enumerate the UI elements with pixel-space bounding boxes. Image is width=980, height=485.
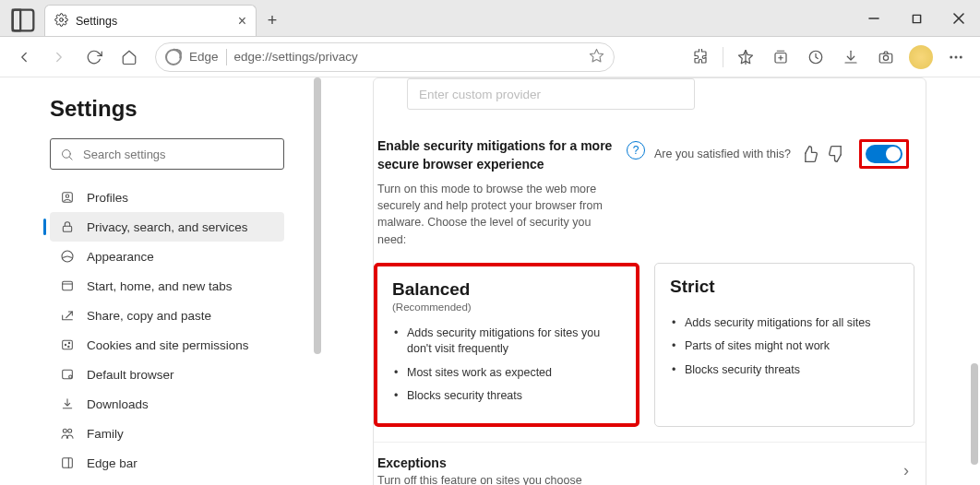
option-bullet: Adds security mitigations for all sites	[670, 312, 899, 336]
profile-icon	[59, 190, 76, 205]
family-icon	[59, 426, 76, 441]
nav-label: Share, copy and paste	[87, 309, 211, 323]
svg-point-33	[68, 346, 69, 347]
svg-point-25	[66, 195, 68, 197]
svg-point-36	[69, 375, 72, 378]
back-button[interactable]	[7, 41, 41, 74]
nav-label: Cookies and site permissions	[87, 338, 249, 352]
forward-button	[42, 41, 76, 74]
nav-appearance[interactable]: Appearance	[50, 242, 284, 271]
svg-point-40	[68, 429, 72, 432]
custom-provider-input[interactable]: Enter custom provider	[407, 78, 695, 110]
svg-line-30	[66, 312, 73, 318]
svg-point-19	[950, 56, 952, 58]
settings-sidebar: Settings Search settings Profiles Privac…	[0, 77, 321, 485]
svg-marker-7	[590, 49, 603, 61]
option-bullet: Adds security mitigations for sites you …	[392, 322, 621, 361]
tab-actions-icon[interactable]	[7, 5, 39, 36]
window-icon	[59, 278, 76, 293]
window-titlebar: Settings × +	[0, 0, 980, 37]
thumbs-up-icon[interactable]	[800, 145, 819, 163]
address-bar[interactable]: Edge edge://settings/privacy	[155, 42, 615, 72]
thumbs-down-icon[interactable]	[828, 145, 846, 163]
option-balanced[interactable]: Balanced (Recommended) Adds security mit…	[374, 263, 639, 427]
option-strict[interactable]: Strict Adds security mitigations for all…	[654, 263, 914, 427]
security-header-row: Enable security mitigations for a more s…	[374, 126, 926, 248]
address-product: Edge	[189, 50, 219, 64]
sidebar-scrollbar[interactable]	[314, 77, 321, 354]
close-window-button[interactable]	[938, 0, 980, 37]
security-card: Enter custom provider Enable security mi…	[373, 77, 926, 485]
nav-share[interactable]: Share, copy and paste	[50, 301, 284, 330]
svg-rect-35	[63, 370, 73, 378]
option-bullet: Blocks security threats	[670, 359, 899, 383]
downloads-icon[interactable]	[834, 41, 867, 74]
home-button[interactable]	[113, 41, 146, 74]
svg-point-32	[65, 344, 66, 345]
svg-point-21	[960, 56, 962, 58]
exceptions-row[interactable]: Exceptions Turn off this feature on site…	[374, 442, 926, 485]
nav-cookies[interactable]: Cookies and site permissions	[50, 330, 284, 360]
settings-nav: Profiles Privacy, search, and services A…	[50, 183, 284, 478]
window-controls	[853, 0, 980, 37]
option-bullet: Blocks security threats	[392, 384, 621, 408]
security-options: Balanced (Recommended) Adds security mit…	[374, 263, 926, 442]
minimize-button[interactable]	[853, 0, 895, 37]
close-tab-icon[interactable]: ×	[238, 13, 246, 30]
security-toggle[interactable]	[866, 145, 902, 163]
main-area: Settings Search settings Profiles Privac…	[0, 77, 980, 485]
profile-avatar[interactable]	[904, 41, 938, 74]
browser-tab[interactable]: Settings ×	[44, 5, 257, 36]
nav-edge-bar[interactable]: Edge bar	[50, 448, 284, 478]
nav-start[interactable]: Start, home, and new tabs	[50, 271, 284, 301]
nav-profiles[interactable]: Profiles	[50, 183, 284, 212]
tab-strip: Settings × +	[0, 0, 288, 36]
exceptions-description: Turn off this feature on sites you choos…	[377, 474, 582, 485]
svg-rect-31	[63, 340, 73, 349]
more-menu-icon[interactable]	[939, 41, 973, 74]
feedback-group: Are you satisfied with this?	[654, 139, 909, 169]
svg-rect-28	[63, 281, 73, 290]
nav-privacy[interactable]: Privacy, search, and services	[50, 212, 284, 242]
collections-icon[interactable]	[764, 41, 797, 74]
settings-heading: Settings	[50, 96, 284, 122]
feedback-prompt: Are you satisfied with this?	[654, 148, 791, 160]
nav-downloads[interactable]: Downloads	[50, 389, 284, 419]
option-bullet: Parts of sites might not work	[670, 335, 899, 359]
svg-point-34	[68, 342, 69, 343]
svg-rect-0	[13, 10, 34, 31]
nav-label: Privacy, search, and services	[87, 220, 248, 234]
svg-point-39	[63, 429, 66, 432]
content-scrollbar[interactable]	[971, 363, 978, 465]
favorite-star-icon[interactable]	[589, 48, 604, 66]
svg-line-23	[69, 157, 72, 160]
nav-default-browser[interactable]: Default browser	[50, 360, 284, 389]
new-tab-button[interactable]: +	[257, 5, 288, 36]
toolbar-right	[684, 41, 973, 74]
history-icon[interactable]	[799, 41, 832, 74]
screenshot-icon[interactable]	[869, 41, 902, 74]
nav-label: Start, home, and new tabs	[87, 279, 233, 293]
nav-family[interactable]: Family	[50, 419, 284, 448]
search-settings-input[interactable]: Search settings	[50, 138, 284, 170]
security-description: Turn on this mode to browse the web more…	[377, 181, 617, 248]
lock-icon	[59, 219, 76, 234]
favorites-icon[interactable]	[729, 41, 762, 74]
security-title: Enable security mitigations for a more s…	[377, 137, 617, 173]
maximize-button[interactable]	[895, 0, 938, 37]
svg-point-18	[883, 55, 888, 60]
appearance-icon	[59, 249, 76, 264]
tab-title: Settings	[76, 15, 117, 28]
browser-toolbar: Edge edge://settings/privacy	[0, 37, 980, 77]
extensions-icon[interactable]	[684, 41, 717, 74]
refresh-button[interactable]	[78, 41, 111, 74]
custom-provider-placeholder: Enter custom provider	[419, 88, 541, 101]
divider	[723, 47, 723, 67]
gear-icon	[54, 13, 68, 30]
share-icon	[59, 308, 76, 323]
help-icon[interactable]: ?	[627, 141, 645, 160]
nav-label: Family	[87, 427, 124, 441]
svg-rect-26	[63, 226, 71, 231]
settings-content: Enter custom provider Enable security mi…	[321, 77, 980, 485]
nav-label: Edge bar	[87, 456, 137, 470]
